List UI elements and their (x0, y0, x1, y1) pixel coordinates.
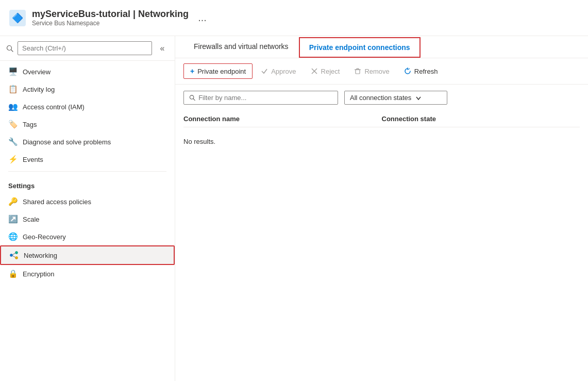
sidebar-item-label: Diagnose and solve problems (23, 138, 111, 146)
svg-line-8 (13, 256, 15, 257)
filter-input-container (183, 91, 338, 105)
networking-icon (9, 251, 19, 260)
sidebar-item-access-control[interactable]: 👥 Access control (IAM) (0, 98, 175, 115)
main-layout: « 🖥️ Overview 📋 Activity log 👥 Access co… (0, 36, 588, 381)
lock-icon: 🔒 (8, 269, 18, 278)
sidebar-item-label: Events (23, 156, 43, 163)
add-private-endpoint-button[interactable]: + Private endpoint (183, 63, 253, 79)
settings-divider (8, 171, 166, 172)
monitor-icon: 🖥️ (8, 67, 18, 76)
content-area: Firewalls and virtual networks Private e… (175, 36, 588, 381)
svg-point-5 (15, 252, 18, 254)
sidebar-search-bar: « (0, 36, 175, 61)
sidebar-item-geo-recovery[interactable]: 🌐 Geo-Recovery (0, 228, 175, 245)
remove-button[interactable]: Remove (348, 64, 395, 78)
sidebar-item-overview[interactable]: 🖥️ Overview (0, 63, 175, 80)
svg-point-4 (10, 254, 13, 257)
svg-rect-11 (356, 70, 360, 74)
sidebar-item-encryption[interactable]: 🔒 Encryption (0, 265, 175, 283)
toolbar: + Private endpoint Approve Reject (175, 58, 588, 85)
chevron-down-icon (415, 95, 422, 101)
events-icon: ⚡ (8, 155, 18, 164)
sidebar-item-label: Networking (24, 252, 57, 259)
sidebar-item-activity-log[interactable]: 📋 Activity log (0, 80, 175, 98)
key-icon: 🔑 (8, 197, 18, 206)
scale-icon: ↗️ (8, 214, 18, 224)
header-text-block: myServiceBus-tutorial | Networking Servi… (32, 9, 189, 27)
no-results-message: No results. (183, 127, 580, 156)
check-icon (261, 68, 268, 75)
activity-log-icon: 📋 (8, 85, 18, 94)
sidebar-item-label: Overview (23, 68, 51, 76)
more-options-icon[interactable]: ... (198, 12, 207, 24)
tags-icon: 🏷️ (8, 120, 18, 129)
sidebar-item-events[interactable]: ⚡ Events (0, 151, 175, 168)
iam-icon: 👥 (8, 102, 18, 111)
page-title: myServiceBus-tutorial | Networking (32, 9, 189, 20)
diagnose-icon: 🔧 (8, 137, 18, 146)
sidebar-item-tags[interactable]: 🏷️ Tags (0, 115, 175, 133)
svg-point-6 (15, 257, 18, 259)
page-header: 🔷 myServiceBus-tutorial | Networking Ser… (0, 0, 588, 36)
svg-text:🔷: 🔷 (12, 12, 24, 24)
connection-state-label: All connection states (350, 94, 411, 102)
table-header-row: Connection name Connection state (183, 111, 580, 127)
filter-by-name-input[interactable] (198, 94, 332, 102)
plus-icon: + (190, 67, 194, 75)
tab-bar: Firewalls and virtual networks Private e… (175, 36, 588, 58)
tab-private-endpoints[interactable]: Private endpoint connections (299, 37, 421, 58)
x-icon (311, 68, 318, 75)
service-bus-icon: 🔷 (8, 9, 27, 27)
sidebar-item-label: Shared access policies (23, 198, 91, 206)
refresh-icon (404, 68, 411, 75)
sidebar-item-label: Tags (23, 121, 37, 128)
sidebar-item-diagnose[interactable]: 🔧 Diagnose and solve problems (0, 133, 175, 151)
geo-icon: 🌐 (8, 232, 18, 241)
sidebar-item-shared-access[interactable]: 🔑 Shared access policies (0, 193, 175, 210)
approve-button[interactable]: Approve (255, 64, 302, 78)
tab-firewalls[interactable]: Firewalls and virtual networks (183, 36, 299, 58)
sidebar-item-label: Activity log (23, 86, 55, 93)
search-input[interactable] (18, 41, 152, 55)
column-header-name: Connection name (183, 115, 382, 123)
collapse-icon[interactable]: « (156, 42, 169, 55)
reject-button[interactable]: Reject (305, 64, 346, 78)
svg-line-17 (193, 98, 195, 100)
connection-state-dropdown[interactable]: All connection states (344, 91, 447, 105)
sidebar-item-label: Scale (23, 216, 40, 223)
sidebar: « 🖥️ Overview 📋 Activity log 👥 Access co… (0, 36, 175, 381)
sidebar-item-scale[interactable]: ↗️ Scale (0, 210, 175, 228)
sidebar-navigation: 🖥️ Overview 📋 Activity log 👥 Access cont… (0, 61, 175, 381)
search-icon (6, 45, 13, 52)
results-table: Connection name Connection state No resu… (175, 111, 588, 381)
column-header-state: Connection state (382, 115, 580, 123)
sidebar-item-label: Geo-Recovery (23, 233, 66, 241)
sidebar-item-networking[interactable]: Networking (0, 245, 175, 265)
trash-icon (354, 68, 361, 75)
sidebar-item-label: Access control (IAM) (23, 103, 85, 111)
filter-bar: All connection states (175, 85, 588, 111)
settings-section-header: Settings (0, 175, 175, 193)
filter-search-icon (189, 94, 195, 101)
resource-type: Service Bus Namespace (32, 20, 189, 27)
refresh-button[interactable]: Refresh (398, 64, 444, 78)
sidebar-item-label: Encryption (23, 270, 54, 278)
svg-line-7 (13, 253, 15, 255)
svg-line-3 (11, 49, 13, 52)
